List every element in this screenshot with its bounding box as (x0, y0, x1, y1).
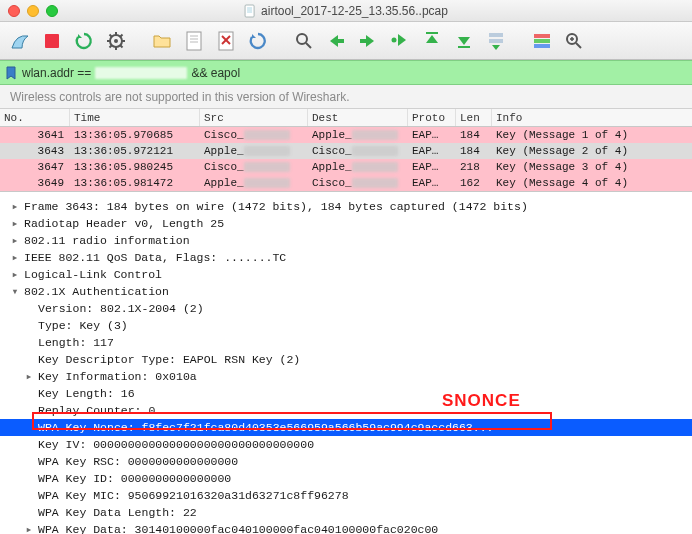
expand-icon[interactable]: ▸ (24, 521, 34, 534)
close-window-button[interactable] (8, 5, 20, 17)
tree-keyinfo[interactable]: ▸Key Information: 0x010a (0, 368, 692, 385)
svg-rect-25 (360, 39, 368, 43)
tree-version[interactable]: Version: 802.1X-2004 (2) (0, 300, 692, 317)
window-title-text: airtool_2017-12-25_13.35.56..pcap (261, 4, 448, 18)
tree-iv[interactable]: Key IV: 00000000000000000000000000000000 (0, 436, 692, 453)
search-icon[interactable] (290, 27, 318, 55)
packet-row[interactable]: 364313:36:05.972121Apple_Cisco_EAP…184Ke… (0, 143, 692, 159)
expand-icon[interactable]: ▸ (10, 215, 20, 232)
svg-rect-33 (534, 44, 550, 48)
col-src[interactable]: Src (200, 109, 308, 126)
packet-row[interactable]: 364113:36:05.970685Cisco_Apple_EAP…184Ke… (0, 127, 692, 143)
close-file-icon[interactable] (212, 27, 240, 55)
svg-rect-28 (458, 46, 470, 48)
tree-kdlen[interactable]: WPA Key Data Length: 22 (0, 504, 692, 521)
colorize-icon[interactable] (528, 27, 556, 55)
tree-radio[interactable]: ▸802.11 radio information (0, 232, 692, 249)
svg-line-12 (121, 45, 123, 47)
svg-rect-29 (489, 33, 503, 37)
tree-length[interactable]: Length: 117 (0, 334, 692, 351)
expand-icon[interactable]: ▸ (10, 198, 20, 215)
svg-line-11 (110, 34, 112, 36)
svg-rect-30 (489, 39, 503, 43)
titlebar: airtool_2017-12-25_13.35.56..pcap (0, 0, 692, 22)
packet-list[interactable]: 364113:36:05.970685Cisco_Apple_EAP…184Ke… (0, 127, 692, 191)
shark-fin-icon[interactable] (6, 27, 34, 55)
filter-prefix: wlan.addr == (22, 66, 91, 80)
restart-icon[interactable] (70, 27, 98, 55)
first-packet-icon[interactable] (418, 27, 446, 55)
tree-kdt[interactable]: Key Descriptor Type: EAPOL RSN Key (2) (0, 351, 692, 368)
last-packet-icon[interactable] (450, 27, 478, 55)
expand-icon[interactable]: ▸ (10, 266, 20, 283)
tree-llc[interactable]: ▸Logical-Link Control (0, 266, 692, 283)
goto-icon[interactable] (386, 27, 414, 55)
redacted-address (95, 67, 187, 79)
svg-point-6 (114, 39, 118, 43)
collapse-icon[interactable]: ▾ (10, 283, 20, 300)
tree-kdata[interactable]: ▸WPA Key Data: 30140100000fac040100000fa… (0, 521, 692, 534)
arrow-left-icon[interactable] (322, 27, 350, 55)
stop-icon[interactable] (38, 27, 66, 55)
document-icon (244, 4, 256, 18)
folder-icon[interactable] (148, 27, 176, 55)
expand-icon[interactable]: ▸ (10, 232, 20, 249)
bookmark-icon[interactable] (4, 66, 18, 80)
save-icon[interactable] (180, 27, 208, 55)
expand-icon[interactable]: ▸ (10, 249, 20, 266)
main-toolbar (0, 22, 692, 60)
col-info[interactable]: Info (492, 109, 692, 126)
svg-rect-27 (426, 32, 438, 34)
window-controls (8, 5, 58, 17)
autoscroll-icon[interactable] (482, 27, 510, 55)
svg-line-13 (110, 45, 112, 47)
gear-icon[interactable] (102, 27, 130, 55)
svg-rect-0 (245, 5, 254, 17)
tree-radiotap[interactable]: ▸Radiotap Header v0, Length 25 (0, 215, 692, 232)
arrow-right-icon[interactable] (354, 27, 382, 55)
packet-list-header: No. Time Src Dest Proto Len Info (0, 109, 692, 127)
tree-rsc[interactable]: WPA Key RSC: 0000000000000000 (0, 453, 692, 470)
svg-rect-31 (534, 34, 550, 38)
window-title: airtool_2017-12-25_13.35.56..pcap (244, 4, 448, 18)
svg-rect-4 (45, 34, 59, 48)
packet-row[interactable]: 364913:36:05.981472Apple_Cisco_EAP…162Ke… (0, 175, 692, 191)
svg-point-26 (392, 37, 397, 42)
packet-details-tree[interactable]: ▸Frame 3643: 184 bytes on wire (1472 bit… (0, 191, 692, 534)
filter-suffix: && eapol (191, 66, 240, 80)
col-time[interactable]: Time (70, 109, 200, 126)
svg-line-23 (306, 43, 311, 48)
info-bar-text: Wireless controls are not supported in t… (10, 90, 349, 104)
tree-frame[interactable]: ▸Frame 3643: 184 bytes on wire (1472 bit… (0, 198, 692, 215)
info-bar: Wireless controls are not supported in t… (0, 85, 692, 109)
tree-qos[interactable]: ▸IEEE 802.11 QoS Data, Flags: .......TC (0, 249, 692, 266)
tree-replay[interactable]: Replay Counter: 0 (0, 402, 692, 419)
expand-icon[interactable]: ▸ (24, 368, 34, 385)
reload-icon[interactable] (244, 27, 272, 55)
tree-nonce[interactable]: WPA Key Nonce: f8fec7f21fca80d40353e5669… (0, 419, 692, 436)
display-filter-input[interactable]: wlan.addr == && eapol (22, 66, 688, 80)
tree-id[interactable]: WPA Key ID: 0000000000000000 (0, 470, 692, 487)
svg-line-35 (576, 43, 581, 48)
tree-mic[interactable]: WPA Key MIC: 95069921016320a31d63271c8ff… (0, 487, 692, 504)
tree-auth[interactable]: ▾802.1X Authentication (0, 283, 692, 300)
zoom-window-button[interactable] (46, 5, 58, 17)
packet-row[interactable]: 364713:36:05.980245Cisco_Apple_EAP…218Ke… (0, 159, 692, 175)
svg-line-14 (121, 34, 123, 36)
col-dest[interactable]: Dest (308, 109, 408, 126)
col-no[interactable]: No. (0, 109, 70, 126)
tree-type[interactable]: Type: Key (3) (0, 317, 692, 334)
col-len[interactable]: Len (456, 109, 492, 126)
zoom-in-icon[interactable] (560, 27, 588, 55)
col-proto[interactable]: Proto (408, 109, 456, 126)
svg-point-22 (297, 34, 307, 44)
tree-keylen[interactable]: Key Length: 16 (0, 385, 692, 402)
svg-rect-24 (336, 39, 344, 43)
minimize-window-button[interactable] (27, 5, 39, 17)
svg-rect-15 (187, 32, 201, 50)
svg-rect-32 (534, 39, 550, 43)
display-filter-bar: wlan.addr == && eapol (0, 60, 692, 85)
